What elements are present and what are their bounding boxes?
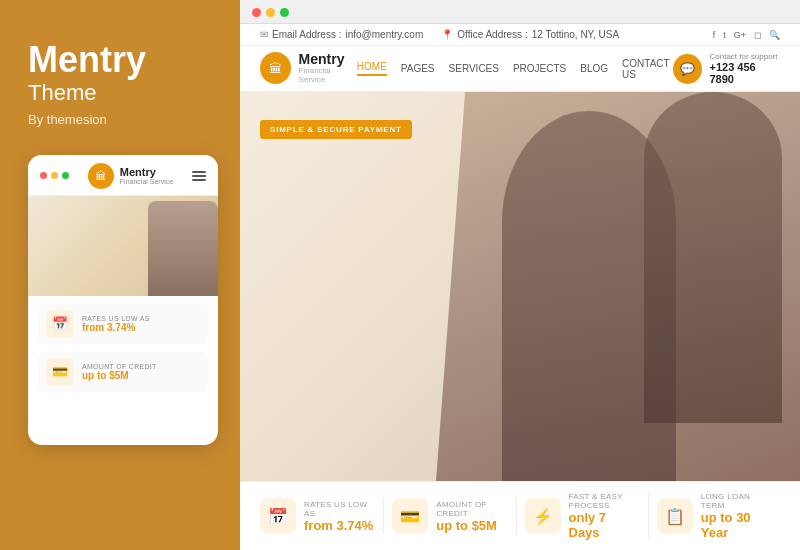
hero-people [436, 92, 800, 481]
stats-value-credit: up to $5M [436, 518, 507, 533]
browser-content: ✉ Email Address : info@mentry.com 📍 Offi… [240, 24, 800, 550]
site-topbar-right: f t G+ ◻ 🔍 [713, 30, 780, 40]
stats-value-rates: from 3.74% [304, 518, 375, 533]
mobile-stat-label-1: RATES US LOW AS [82, 315, 150, 322]
topbar-email: ✉ Email Address : info@mentry.com [260, 29, 423, 40]
contact-label: Contact for support [710, 52, 781, 61]
mobile-mockup: 🏛 Mentry Financial Service 📅 RATES US LO… [28, 155, 218, 445]
site-topbar: ✉ Email Address : info@mentry.com 📍 Offi… [240, 24, 800, 46]
site-nav: 🏛 Mentry Financial Service HOME PAGES SE… [240, 46, 800, 92]
mobile-stat-row-2: 💳 AMOUNT OF CREDIT up to $5M [38, 352, 208, 392]
stats-icon-process: ⚡ [525, 498, 561, 534]
googleplus-icon[interactable]: G+ [734, 30, 746, 40]
contact-text: Contact for support +123 456 7890 [710, 52, 781, 85]
mobile-logo-tagline: Financial Service [120, 178, 173, 186]
mobile-stat-text-2: AMOUNT OF CREDIT up to $5M [82, 363, 157, 381]
stats-text-rates: RATES US LOW AS from 3.74% [304, 500, 375, 533]
nav-contact[interactable]: CONTACT US [622, 58, 673, 80]
browser-dot-red [252, 8, 261, 17]
nav-blog[interactable]: BLOG [580, 63, 608, 74]
topbar-office: 📍 Office Address : 12 Tottino, NY, USA [441, 29, 619, 40]
mobile-logo-text: Mentry Financial Service [120, 166, 173, 186]
stats-item-credit: 💳 AMOUNT OF CREDIT up to $5M [384, 498, 516, 534]
site-hero: SIMPLE & SECURE PAYMENT [240, 92, 800, 481]
stats-text-loan: LONG LOAN TERM up to 30 Year [701, 492, 772, 540]
browser-dot-yellow [266, 8, 275, 17]
stats-label-rates: RATES US LOW AS [304, 500, 375, 518]
search-icon[interactable]: 🔍 [769, 30, 780, 40]
mobile-stat-row-1: 📅 RATES US LOW AS from 3.74% [38, 304, 208, 344]
stats-icon-credit: 💳 [392, 498, 428, 534]
location-icon: 📍 [441, 29, 453, 40]
instagram-icon[interactable]: ◻ [754, 30, 761, 40]
mobile-dot-red [40, 172, 47, 179]
stats-label-process: FAST & EASY PROCESS [569, 492, 640, 510]
site-nav-contact: 💬 Contact for support +123 456 7890 [673, 52, 780, 85]
browser-chrome [240, 0, 800, 24]
brand-subtitle: Theme [28, 80, 212, 106]
contact-phone: +123 456 7890 [710, 61, 781, 85]
mobile-window-dots [40, 172, 69, 179]
brand-author: By themesion [28, 112, 212, 127]
mobile-stat-icon-2: 💳 [46, 358, 74, 386]
mobile-logo: 🏛 Mentry Financial Service [88, 163, 173, 189]
mobile-stat-label-2: AMOUNT OF CREDIT [82, 363, 157, 370]
stats-icon-rates: 📅 [260, 498, 296, 534]
site-logo-icon: 🏛 [260, 52, 291, 84]
mobile-hero-image [28, 196, 218, 296]
brand-title: Mentry [28, 40, 212, 80]
right-panel: ✉ Email Address : info@mentry.com 📍 Offi… [240, 0, 800, 550]
site-nav-links: HOME PAGES SERVICES PROJECTS BLOG CONTAC… [357, 58, 673, 80]
nav-services[interactable]: SERVICES [449, 63, 499, 74]
email-icon: ✉ [260, 29, 268, 40]
site-logo-tagline: Financial Service [299, 67, 357, 85]
nav-pages[interactable]: PAGES [401, 63, 435, 74]
hamburger-line-1 [192, 171, 206, 173]
mobile-dot-green [62, 172, 69, 179]
site-logo: 🏛 Mentry Financial Service [260, 52, 357, 85]
topbar-office-value: 12 Tottino, NY, USA [532, 29, 619, 40]
mobile-top-bar: 🏛 Mentry Financial Service [28, 155, 218, 196]
stats-item-loan: 📋 LONG LOAN TERM up to 30 Year [649, 492, 780, 540]
mobile-hamburger-button[interactable] [192, 171, 206, 181]
person-right [644, 92, 782, 423]
topbar-email-label: Email Address : [272, 29, 341, 40]
facebook-icon[interactable]: f [713, 30, 716, 40]
twitter-icon[interactable]: t [723, 30, 726, 40]
browser-dot-green [280, 8, 289, 17]
nav-home[interactable]: HOME [357, 61, 387, 76]
stats-icon-loan: 📋 [657, 498, 693, 534]
stats-text-process: FAST & EASY PROCESS only 7 Days [569, 492, 640, 540]
stats-text-credit: AMOUNT OF CREDIT up to $5M [436, 500, 507, 533]
stats-value-process: only 7 Days [569, 510, 640, 540]
stats-label-loan: LONG LOAN TERM [701, 492, 772, 510]
site-topbar-left: ✉ Email Address : info@mentry.com 📍 Offi… [260, 29, 619, 40]
stats-value-loan: up to 30 Year [701, 510, 772, 540]
mobile-hero-person [148, 201, 218, 296]
topbar-office-label: Office Address : [457, 29, 527, 40]
mobile-logo-icon: 🏛 [88, 163, 114, 189]
left-panel: Mentry Theme By themesion 🏛 Mentry Finan… [0, 0, 240, 550]
mobile-dot-yellow [51, 172, 58, 179]
stats-label-credit: AMOUNT OF CREDIT [436, 500, 507, 518]
hamburger-line-3 [192, 179, 206, 181]
mobile-stats: 📅 RATES US LOW AS from 3.74% 💳 AMOUNT OF… [28, 296, 218, 400]
mobile-stat-value-1: from 3.74% [82, 322, 150, 333]
topbar-email-value: info@mentry.com [345, 29, 423, 40]
nav-projects[interactable]: PROJECTS [513, 63, 566, 74]
mobile-stat-text-1: RATES US LOW AS from 3.74% [82, 315, 150, 333]
mobile-stat-value-2: up to $5M [82, 370, 157, 381]
mobile-logo-name: Mentry [120, 166, 173, 178]
mobile-stat-icon-1: 📅 [46, 310, 74, 338]
hero-badge: SIMPLE & SECURE PAYMENT [260, 120, 412, 139]
stats-item-rates: 📅 RATES US LOW AS from 3.74% [260, 498, 384, 534]
site-logo-text: Mentry Financial Service [299, 52, 357, 85]
hamburger-line-2 [192, 175, 206, 177]
site-stats-bar: 📅 RATES US LOW AS from 3.74% 💳 AMOUNT OF… [240, 481, 800, 550]
stats-item-process: ⚡ FAST & EASY PROCESS only 7 Days [517, 492, 649, 540]
site-logo-name: Mentry [299, 52, 357, 67]
contact-chat-icon: 💬 [673, 54, 702, 84]
